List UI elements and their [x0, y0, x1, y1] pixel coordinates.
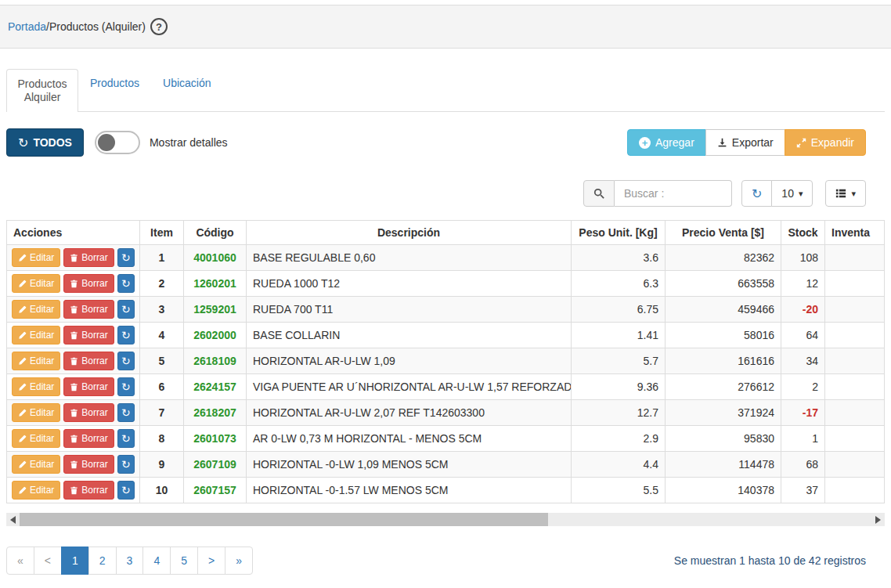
search-group — [583, 180, 732, 207]
tab-productos[interactable]: Productos — [78, 69, 151, 98]
refresh-icon: ↻ — [121, 484, 131, 496]
pencil-icon — [18, 383, 27, 391]
edit-button[interactable]: Editar — [12, 377, 60, 396]
delete-button[interactable]: Borrar — [63, 274, 114, 293]
row-refresh-button[interactable]: ↻ — [117, 248, 135, 267]
edit-button[interactable]: Editar — [12, 403, 60, 422]
row-refresh-button[interactable]: ↻ — [117, 377, 135, 396]
edit-button[interactable]: Editar — [12, 326, 60, 345]
header-precio: Precio Venta [$] — [666, 221, 781, 245]
footer-row: « < 1 2 3 4 5 > » Se muestran 1 hasta 10… — [6, 547, 885, 575]
help-icon[interactable]: ? — [150, 18, 168, 35]
breadcrumb-current: Productos (Alquiler) — [49, 20, 146, 33]
codigo-cell: 2618109 — [184, 348, 247, 374]
row-refresh-button[interactable]: ↻ — [117, 300, 135, 319]
delete-button[interactable]: Borrar — [63, 248, 114, 267]
delete-button-label: Borrar — [81, 304, 107, 315]
pagination-first[interactable]: « — [6, 547, 34, 575]
precio-cell: 114478 — [666, 452, 781, 478]
stock-cell: -20 — [781, 297, 825, 323]
edit-button[interactable]: Editar — [12, 248, 60, 267]
row-refresh-button[interactable]: ↻ — [117, 429, 135, 448]
pagination-page-3[interactable]: 3 — [116, 547, 144, 575]
edit-button[interactable]: Editar — [12, 455, 60, 474]
delete-button[interactable]: Borrar — [63, 481, 114, 500]
scroll-right-arrow[interactable] — [871, 513, 885, 526]
row-refresh-button[interactable]: ↻ — [117, 326, 135, 345]
inventario-cell — [825, 323, 885, 348]
inventario-cell — [825, 452, 885, 478]
columns-dropdown[interactable]: ▾ — [825, 180, 866, 207]
exportar-button[interactable]: Exportar — [705, 129, 785, 156]
delete-button[interactable]: Borrar — [63, 403, 114, 422]
details-toggle[interactable] — [95, 131, 140, 154]
inventario-cell — [825, 478, 885, 503]
pagination-page-2[interactable]: 2 — [88, 547, 117, 575]
inventario-cell — [825, 348, 885, 374]
row-refresh-button[interactable]: ↻ — [117, 352, 135, 370]
refresh-icon: ↻ — [121, 329, 131, 341]
peso-cell: 5.5 — [572, 478, 666, 503]
refresh-icon: ↻ — [121, 458, 131, 471]
pagination-page-1[interactable]: 1 — [61, 547, 89, 575]
expandir-button[interactable]: Expandir — [785, 129, 866, 156]
trash-icon — [70, 383, 78, 391]
scrollbar-thumb[interactable] — [20, 513, 548, 526]
breadcrumb-home-link[interactable]: Portada — [8, 20, 46, 33]
delete-button[interactable]: Borrar — [63, 429, 114, 448]
pagination-page-5[interactable]: 5 — [170, 547, 198, 575]
edit-button[interactable]: Editar — [12, 300, 60, 319]
stock-cell: 1 — [781, 426, 825, 452]
item-cell: 8 — [140, 426, 184, 452]
download-icon — [717, 138, 727, 148]
table-row: Editar Borrar ↻ 10 2607157 HORIZONTAL -0… — [7, 478, 885, 503]
todos-button[interactable]: ↻ TODOS — [6, 128, 84, 157]
search-icon — [593, 188, 604, 199]
pagination-next[interactable]: > — [197, 547, 225, 575]
pagination-last[interactable]: » — [225, 547, 253, 575]
row-refresh-button[interactable]: ↻ — [117, 455, 135, 474]
edit-button[interactable]: Editar — [12, 274, 60, 293]
peso-cell: 5.7 — [572, 348, 666, 374]
pencil-icon — [18, 331, 27, 340]
table-row: Editar Borrar ↻ 9 2607109 HORIZONTAL -0-… — [7, 452, 885, 478]
trash-icon — [70, 409, 78, 417]
agregar-button[interactable]: + Agregar — [627, 129, 706, 156]
scroll-left-arrow[interactable] — [6, 513, 20, 526]
pagination-page-4[interactable]: 4 — [142, 547, 171, 575]
table-refresh-button[interactable]: ↻ — [741, 180, 772, 207]
delete-button[interactable]: Borrar — [63, 377, 114, 396]
row-refresh-button[interactable]: ↻ — [117, 274, 135, 293]
tab-productos-alquiler[interactable]: Productos Alquiler — [6, 69, 78, 112]
inventario-cell — [825, 400, 885, 426]
page-size-dropdown[interactable]: 10 ▾ — [771, 180, 813, 207]
table-row: Editar Borrar ↻ 8 2601073 AR 0-LW 0,73 M… — [7, 426, 885, 452]
row-refresh-button[interactable]: ↻ — [117, 403, 135, 422]
delete-button[interactable]: Borrar — [63, 300, 114, 319]
codigo-cell: 2607157 — [184, 478, 247, 503]
precio-cell: 663558 — [666, 271, 781, 297]
delete-button[interactable]: Borrar — [63, 352, 114, 370]
table-row: Editar Borrar ↻ 2 1260201 RUEDA 1000 T12… — [7, 271, 885, 297]
refresh-icon: ↻ — [121, 381, 131, 393]
edit-button-label: Editar — [30, 459, 54, 470]
row-refresh-button[interactable]: ↻ — [117, 481, 135, 500]
stock-cell: 12 — [781, 271, 825, 297]
descripcion-cell: RUEDA 1000 T12 — [247, 271, 572, 297]
search-input[interactable] — [615, 180, 732, 207]
pagination-prev[interactable]: < — [34, 547, 62, 575]
horizontal-scrollbar[interactable] — [6, 513, 885, 526]
edit-button[interactable]: Editar — [12, 429, 60, 448]
edit-button[interactable]: Editar — [12, 481, 60, 500]
delete-button[interactable]: Borrar — [63, 455, 114, 474]
scrollbar-track[interactable] — [20, 513, 871, 526]
tab-ubicacion[interactable]: Ubicación — [151, 69, 222, 98]
delete-button[interactable]: Borrar — [63, 326, 114, 345]
stock-cell: 34 — [781, 348, 825, 374]
descripcion-cell: RUEDA 700 T11 — [247, 297, 572, 323]
search-button[interactable] — [583, 180, 615, 207]
toolbar-actions: + Agregar Exportar Expandir — [627, 129, 866, 156]
edit-button[interactable]: Editar — [12, 352, 60, 370]
delete-button-label: Borrar — [81, 278, 107, 289]
item-cell: 7 — [140, 400, 184, 426]
